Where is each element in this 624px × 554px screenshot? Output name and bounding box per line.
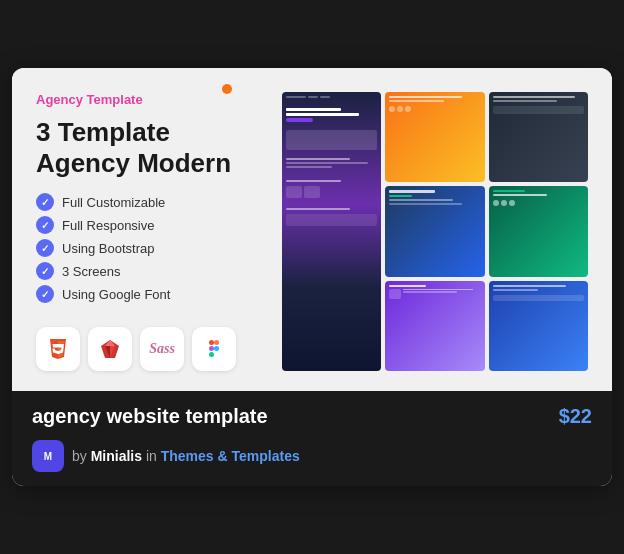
check-icon-2 (36, 216, 54, 234)
html5-icon (36, 327, 80, 371)
preview-col-3 (489, 92, 588, 371)
preview-desktop-4 (489, 92, 588, 182)
feature-label-5: Using Google Font (62, 287, 170, 302)
preview-desktop-3 (385, 281, 484, 371)
footer-meta: M by Minialis in Themes & Templates (32, 440, 592, 472)
feature-list: Full Customizable Full Responsive Using … (36, 193, 266, 303)
feature-item-1: Full Customizable (36, 193, 266, 211)
preview-col-2 (385, 92, 484, 371)
preview-desktop-1 (385, 92, 484, 182)
tech-icons-row: Sass (36, 327, 266, 371)
feature-item-3: Using Bootstrap (36, 239, 266, 257)
feature-item-4: 3 Screens (36, 262, 266, 280)
card-footer: agency website template $22 M by Miniali… (12, 391, 612, 486)
svg-rect-10 (209, 352, 214, 357)
badge-label: Agency Template (36, 92, 266, 107)
feature-label-1: Full Customizable (62, 195, 165, 210)
feature-label-3: Using Bootstrap (62, 241, 155, 256)
svg-rect-7 (209, 340, 214, 345)
preview-desktop-5 (489, 186, 588, 276)
main-title: 3 Template Agency Modern (36, 117, 266, 179)
left-panel: Agency Template 3 Template Agency Modern… (36, 92, 266, 371)
author-name-link[interactable]: Minialis (91, 448, 142, 464)
feature-item-2: Full Responsive (36, 216, 266, 234)
preview-desktop-2 (385, 186, 484, 276)
footer-title: agency website template (32, 405, 268, 428)
product-card: Agency Template 3 Template Agency Modern… (12, 68, 612, 486)
check-icon-1 (36, 193, 54, 211)
sass-icon: Sass (140, 327, 184, 371)
preview-desktop-6 (489, 281, 588, 371)
author-avatar: M (32, 440, 64, 472)
preview-mobile-1 (282, 92, 381, 371)
decoration-dot (222, 84, 232, 94)
check-icon-3 (36, 239, 54, 257)
feature-label-2: Full Responsive (62, 218, 155, 233)
title-line2: Agency Modern (36, 148, 231, 178)
card-preview: Agency Template 3 Template Agency Modern… (12, 68, 612, 391)
author-text: by Minialis in Themes & Templates (72, 448, 300, 464)
category-link: Themes & Templates (161, 448, 300, 464)
figma-icon (192, 327, 236, 371)
footer-title-row: agency website template $22 (32, 405, 592, 428)
check-icon-4 (36, 262, 54, 280)
svg-point-11 (214, 346, 219, 351)
title-line1: 3 Template (36, 117, 170, 147)
preview-col-1 (282, 92, 381, 371)
gem-icon (88, 327, 132, 371)
svg-rect-8 (214, 340, 219, 345)
preview-panel (282, 92, 588, 371)
feature-label-4: 3 Screens (62, 264, 121, 279)
svg-rect-9 (209, 346, 214, 351)
feature-item-5: Using Google Font (36, 285, 266, 303)
check-icon-5 (36, 285, 54, 303)
footer-price: $22 (559, 405, 592, 428)
